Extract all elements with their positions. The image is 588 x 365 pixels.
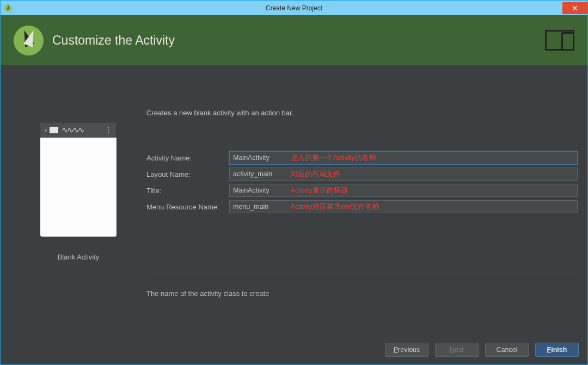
back-chevron-icon: ‹	[45, 126, 47, 134]
wizard-body: ‹ ∿∿∿∿ ⋮ Blank Activity Creates a new bl…	[1, 65, 587, 335]
label-activity-name: Activity Name:	[146, 154, 229, 162]
preview-subtitle-placeholder-icon: ∿∿∿∿	[62, 125, 83, 135]
next-button[interactable]: Next	[435, 343, 479, 357]
input-layout-name[interactable]	[230, 170, 295, 178]
window: Create New Project Customize the Activit…	[0, 0, 588, 365]
preview-title-placeholder-icon	[50, 127, 58, 133]
wizard-header: Customize the Activity	[1, 15, 587, 65]
overflow-menu-icon: ⋮	[105, 126, 112, 134]
next-label-rest: ext	[455, 346, 464, 354]
form-column: Creates a new blank activity with an act…	[146, 65, 578, 335]
preview-column: ‹ ∿∿∿∿ ⋮ Blank Activity	[10, 65, 146, 335]
previous-label-rest: revious	[398, 346, 420, 354]
annotation-title: Activity显示的标题	[291, 186, 348, 195]
cancel-button[interactable]: Cancel	[485, 343, 529, 357]
form-factor-icon	[545, 30, 574, 51]
input-wrap-layout-name: 对应的布局文件	[229, 168, 578, 181]
row-title: Title: Activity显示的标题	[146, 182, 578, 199]
label-title: Title:	[146, 187, 229, 195]
input-title[interactable]	[230, 187, 295, 194]
row-layout-name: Layout Name: 对应的布局文件	[146, 166, 578, 182]
preview-caption: Blank Activity	[58, 253, 100, 261]
input-wrap-menu-resource: Activity对应菜单xml文件名称	[229, 200, 578, 213]
input-wrap-activity-name: 进入的第一个Activity的名称	[229, 151, 578, 164]
annotation-activity-name: 进入的第一个Activity的名称	[291, 153, 376, 163]
row-menu-resource: Menu Resource Name: Activity对应菜单xml文件名称	[146, 199, 578, 215]
form-description: Creates a new blank activity with an act…	[146, 109, 578, 117]
label-menu-resource: Menu Resource Name:	[146, 203, 229, 211]
activity-preview: ‹ ∿∿∿∿ ⋮	[40, 122, 117, 237]
input-activity-name[interactable]	[230, 154, 295, 162]
helper-text: The name of the activity class to create	[146, 280, 578, 335]
annotation-menu-resource: Activity对应菜单xml文件名称	[291, 202, 379, 212]
wizard-heading: Customize the Activity	[52, 33, 175, 48]
previous-button[interactable]: Previous	[385, 343, 428, 357]
preview-actionbar: ‹ ∿∿∿∿ ⋮	[40, 122, 117, 138]
annotation-layout-name: 对应的布局文件	[291, 170, 340, 179]
finish-label-rest: inish	[551, 346, 567, 354]
label-layout-name: Layout Name:	[146, 170, 229, 178]
wizard-footer: Previous Next Cancel Finish	[1, 335, 587, 364]
titlebar[interactable]: Create New Project	[1, 1, 587, 15]
finish-button[interactable]: Finish	[535, 343, 579, 357]
row-activity-name: Activity Name: 进入的第一个Activity的名称	[146, 150, 578, 166]
window-title: Create New Project	[1, 4, 587, 12]
input-menu-resource[interactable]	[230, 203, 295, 211]
android-studio-compass-icon	[14, 26, 44, 55]
input-wrap-title: Activity显示的标题	[229, 184, 578, 197]
